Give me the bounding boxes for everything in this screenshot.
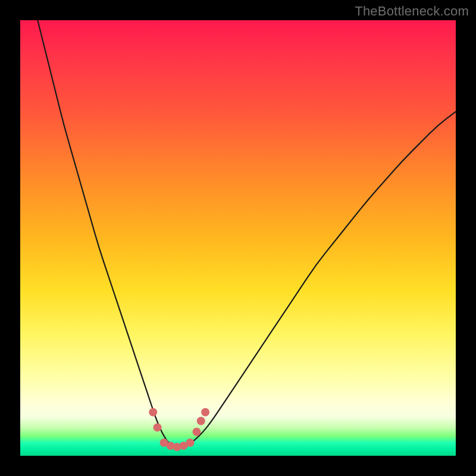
curve-marker [201,408,209,416]
curve-marker [186,439,194,447]
marker-group [149,408,209,452]
curve-marker [192,428,201,436]
watermark-text: TheBottleneck.com [355,4,469,19]
chart-frame: TheBottleneck.com [0,0,476,476]
curve-marker [197,416,205,425]
bottleneck-curve [37,20,456,447]
curve-marker [149,408,157,416]
curve-marker [154,423,162,431]
chart-svg [20,20,456,456]
plot-area [20,20,456,456]
